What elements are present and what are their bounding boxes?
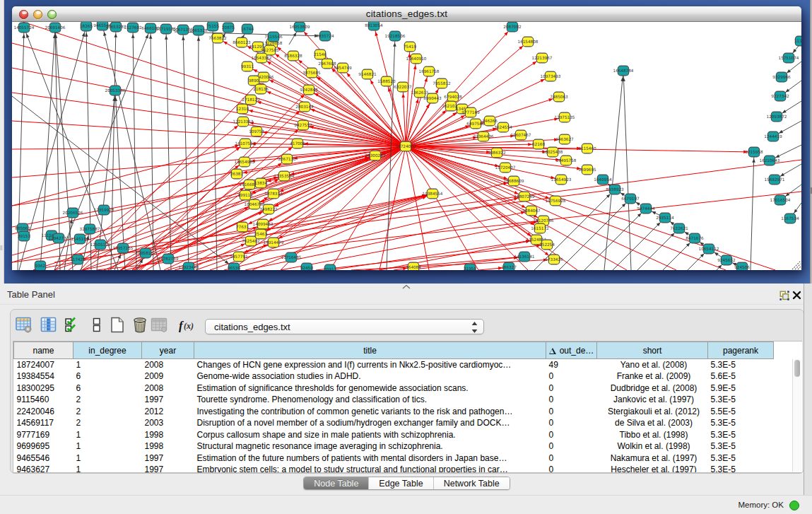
table-cell[interactable]: 1998 bbox=[142, 429, 194, 441]
table-cell[interactable]: 49 bbox=[546, 359, 597, 371]
table-cell[interactable]: Embryonic stem cells: a model to study s… bbox=[194, 464, 546, 473]
scrollbar-thumb[interactable] bbox=[794, 360, 800, 377]
table-cell[interactable]: 1 bbox=[73, 440, 142, 452]
table-cell[interactable]: 2008 bbox=[142, 382, 194, 395]
tab-edge-table[interactable]: Edge Table bbox=[369, 477, 433, 489]
table-cell[interactable]: 2008 bbox=[142, 359, 194, 371]
table-cell[interactable]: 2012 bbox=[142, 406, 194, 418]
left-panel-splitter[interactable] bbox=[0, 0, 4, 284]
table-cell[interactable]: 1 bbox=[73, 359, 142, 371]
table-cell[interactable]: 9699695 bbox=[14, 440, 73, 452]
table-row[interactable]: 2242004622012Investigating the contribut… bbox=[14, 406, 774, 418]
table-row[interactable]: 977716911998Corpus callosum shape and si… bbox=[14, 429, 774, 441]
table-cell[interactable]: 9465546 bbox=[14, 452, 73, 465]
table-cell[interactable]: Hescheler et al. (1997) bbox=[597, 464, 708, 473]
network-canvas[interactable]: 1872400776638228660123391295413226058952… bbox=[12, 22, 801, 270]
table-row[interactable]: 1938455462009Genome-wide association stu… bbox=[14, 370, 774, 382]
table-cell[interactable]: 0 bbox=[546, 406, 597, 418]
graph-edge[interactable] bbox=[69, 144, 245, 270]
graph-edge[interactable] bbox=[197, 30, 199, 270]
table-cell[interactable]: 0 bbox=[546, 429, 597, 441]
graph-edge[interactable] bbox=[12, 96, 234, 268]
table-cell[interactable]: 0 bbox=[546, 417, 597, 429]
column-header-year[interactable]: year bbox=[142, 342, 194, 359]
table-row[interactable]: 946554611997Estimation of the future num… bbox=[14, 452, 774, 465]
table-vertical-scrollbar[interactable] bbox=[792, 359, 801, 472]
table-cell[interactable]: 2009 bbox=[142, 370, 194, 382]
graph-edge[interactable] bbox=[406, 146, 540, 228]
row-height-icon[interactable] bbox=[88, 317, 105, 333]
graph-edge[interactable] bbox=[251, 100, 406, 146]
network-view-window[interactable]: citations_edges.txt 18724007766382286601… bbox=[12, 6, 801, 270]
column-header-short[interactable]: short bbox=[597, 342, 708, 359]
table-cell[interactable]: Stergiakouli et al. (2012) bbox=[597, 406, 708, 418]
resize-grip-icon[interactable] bbox=[792, 261, 801, 269]
table-cell[interactable]: Jankovic et al. (1997) bbox=[597, 394, 708, 406]
table-cell[interactable]: 6 bbox=[73, 370, 142, 382]
table-row[interactable]: 946362711997Embryonic stem cells: a mode… bbox=[14, 464, 774, 473]
table-cell[interactable]: Estimation of the future numbers of pati… bbox=[194, 452, 546, 465]
table-cell[interactable]: Tourette syndrome. Phenomenology and cla… bbox=[194, 394, 546, 406]
memory-status-icon[interactable] bbox=[789, 501, 799, 510]
network-window-titlebar[interactable]: citations_edges.txt bbox=[12, 6, 801, 22]
table-cell[interactable]: Wolkin et al. (1998) bbox=[597, 440, 708, 452]
graph-edge[interactable] bbox=[12, 146, 406, 206]
table-cell[interactable]: 0 bbox=[546, 464, 597, 473]
graph-edge[interactable] bbox=[751, 152, 754, 270]
table-row[interactable]: 1872400712008Changes of HCN gene express… bbox=[14, 359, 774, 371]
table-cell[interactable]: 0 bbox=[546, 452, 597, 465]
table-cell[interactable]: 1 bbox=[73, 429, 142, 441]
table-select-dropdown[interactable]: citations_edges.txt bbox=[205, 319, 484, 334]
graph-edge[interactable] bbox=[254, 81, 406, 146]
table-cell[interactable]: 0 bbox=[546, 394, 597, 406]
table-cell[interactable]: 1997 bbox=[142, 452, 194, 465]
float-window-icon[interactable] bbox=[779, 291, 789, 300]
delete-table-icon[interactable] bbox=[151, 317, 167, 333]
table-cell[interactable]: 0 bbox=[546, 440, 597, 452]
close-icon[interactable] bbox=[792, 291, 801, 300]
table-cell[interactable]: de Silva et al. (2003) bbox=[597, 417, 708, 429]
column-header-pagerank[interactable]: pagerank bbox=[708, 342, 774, 359]
table-cell[interactable]: 5.3E-5 bbox=[708, 394, 774, 406]
delete-icon[interactable] bbox=[131, 317, 148, 333]
table-cell[interactable]: 5.9E-5 bbox=[708, 382, 774, 395]
graph-edge[interactable] bbox=[604, 71, 623, 270]
table-cell[interactable]: 5.3E-5 bbox=[708, 417, 774, 429]
table-cell[interactable]: 5.5E-5 bbox=[708, 406, 774, 418]
select-rows-icon[interactable] bbox=[64, 317, 81, 333]
table-cell[interactable]: Corpus callosum shape and size in male p… bbox=[194, 429, 546, 441]
table-cell[interactable]: 18724007 bbox=[14, 359, 73, 371]
table-cell[interactable]: 5.3E-5 bbox=[708, 359, 774, 371]
graph-edge[interactable] bbox=[406, 146, 676, 270]
select-column-icon[interactable] bbox=[40, 317, 57, 333]
table-cell[interactable]: 2003 bbox=[142, 417, 194, 429]
tab-network-table[interactable]: Network Table bbox=[434, 477, 510, 489]
table-cell[interactable]: Franke et al. (2009) bbox=[597, 370, 708, 382]
table-cell[interactable]: 5.6E-5 bbox=[708, 370, 774, 382]
column-header-title[interactable]: title bbox=[194, 342, 546, 359]
table-cell[interactable]: 2 bbox=[73, 417, 142, 429]
graph-edge[interactable] bbox=[12, 43, 406, 146]
column-header-name[interactable]: name bbox=[14, 342, 73, 359]
table-cell[interactable]: Structural magnetic resonance image aver… bbox=[194, 440, 546, 452]
column-header-out_de[interactable]: out_de… bbox=[546, 342, 597, 359]
table-cell[interactable]: 19384554 bbox=[14, 370, 73, 382]
table-cell[interactable]: 5.3E-5 bbox=[708, 452, 774, 465]
table-row[interactable]: 969969511998Structural magnetic resonanc… bbox=[14, 440, 774, 452]
graph-edge[interactable] bbox=[343, 68, 406, 146]
table-cell[interactable]: 18300295 bbox=[14, 382, 73, 395]
graph-edge[interactable] bbox=[12, 121, 406, 146]
table-cell[interactable]: 9115460 bbox=[14, 394, 73, 406]
new-document-icon[interactable] bbox=[109, 317, 126, 333]
table-row[interactable]: 1456911722003Disruption of a novel membe… bbox=[14, 417, 774, 429]
tab-node-table[interactable]: Node Table bbox=[304, 477, 369, 489]
graph-edge[interactable] bbox=[406, 146, 627, 270]
table-cell[interactable]: 5.3E-5 bbox=[708, 440, 774, 452]
right-panel-splitter-bottom[interactable] bbox=[804, 284, 812, 514]
table-cell[interactable]: 1997 bbox=[142, 394, 194, 406]
table-cell[interactable]: 1998 bbox=[142, 440, 194, 452]
table-cell[interactable]: 2 bbox=[73, 406, 142, 418]
splitter-handle-icon[interactable] bbox=[401, 284, 411, 289]
table-cell[interactable]: 1 bbox=[73, 452, 142, 465]
table-cell[interactable]: 5.3E-5 bbox=[708, 429, 774, 441]
